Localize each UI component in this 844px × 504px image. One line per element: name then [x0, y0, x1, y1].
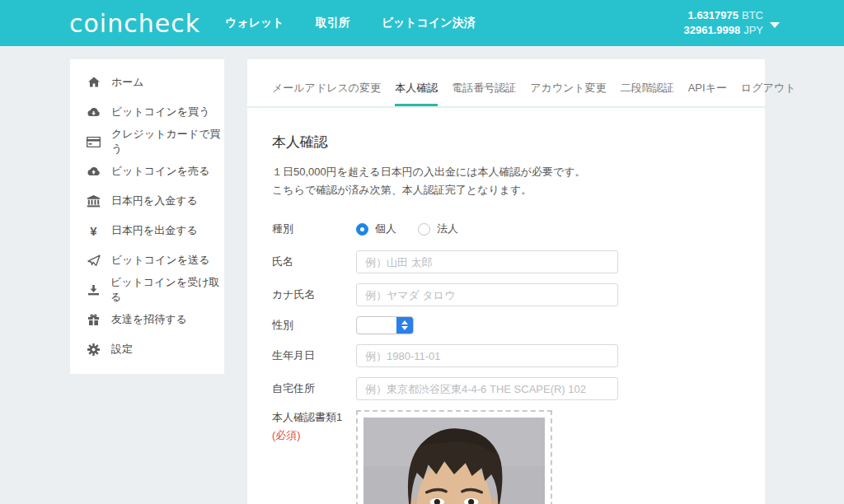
sidebar-item-sell-bitcoin[interactable]: ビットコインを売る: [70, 156, 224, 186]
birthdate-label: 生年月日: [272, 348, 356, 363]
tab-phone-verification[interactable]: 電話番号認証: [452, 81, 516, 106]
svg-text:¥: ¥: [90, 225, 97, 237]
sidebar-item-label: ビットコインを受け取る: [110, 275, 224, 305]
tab-two-factor-auth[interactable]: 二段階認証: [621, 81, 674, 106]
radio-individual[interactable]: 個人: [356, 222, 396, 236]
sidebar: ホーム ビットコインを買う クレジットカードで買う ビットコインを売る 日本円を: [70, 59, 224, 374]
select-stepper-icon: [396, 316, 413, 334]
coincheck-logo[interactable]: coincheck: [69, 9, 200, 38]
cloud-upload-icon: [87, 165, 101, 179]
identity-document-label-text: 本人確認書類1: [272, 411, 342, 423]
kana-name-label: カナ氏名: [272, 287, 356, 302]
tabs-divider: [247, 106, 765, 108]
sidebar-item-withdraw-jpy[interactable]: ¥ 日本円を出金する: [70, 216, 224, 245]
identity-document-upload-area[interactable]: [356, 410, 552, 504]
sidebar-item-label: 友達を招待する: [111, 312, 187, 327]
form-row-address: 自宅住所: [272, 377, 740, 400]
sidebar-item-home[interactable]: ホーム: [70, 68, 224, 97]
name-label: 氏名: [272, 254, 356, 269]
required-badge: (必須): [272, 428, 356, 443]
cloud-download-icon: [87, 105, 101, 119]
type-radio-group: 個人 法人: [356, 217, 458, 240]
type-label: 種別: [272, 222, 356, 236]
gender-select[interactable]: [356, 316, 414, 334]
sidebar-item-deposit-jpy[interactable]: 日本円を入金する: [70, 186, 224, 216]
paper-plane-icon: [87, 254, 101, 268]
sidebar-item-label: クレジットカードで買う: [111, 127, 224, 156]
sidebar-item-buy-bitcoin[interactable]: ビットコインを買う: [70, 97, 224, 127]
tab-identity-verification[interactable]: 本人確認: [395, 81, 438, 106]
form-row-identity-document: 本人確認書類1 (必須): [272, 410, 740, 504]
sidebar-item-send-bitcoin[interactable]: ビットコインを送る: [70, 245, 224, 275]
form-row-name: 氏名: [272, 250, 740, 273]
app-header: coincheck ウォレット 取引所 ビットコイン決済 1.6317975BT…: [0, 0, 844, 46]
tab-account-change[interactable]: アカウント変更: [530, 81, 607, 106]
gender-label: 性別: [272, 318, 356, 333]
kana-name-input[interactable]: [356, 283, 618, 306]
download-tray-icon: [87, 283, 100, 297]
form-row-kana-name: カナ氏名: [272, 283, 740, 306]
name-input[interactable]: [356, 250, 618, 273]
sidebar-item-label: 日本円を入金する: [111, 194, 198, 208]
radio-selected-icon[interactable]: [356, 223, 368, 236]
description-line2: こちらで確認が済み次第、本人認証完了となります。: [272, 181, 740, 199]
radio-unselected-icon[interactable]: [418, 223, 430, 236]
sidebar-item-buy-with-card[interactable]: クレジットカードで買う: [70, 127, 224, 156]
radio-corporate-label: 法人: [437, 222, 458, 236]
gear-icon: [87, 343, 101, 357]
settings-tabs: メールアドレスの変更 本人確認 電話番号認証 アカウント変更 二段階認証 API…: [272, 59, 740, 106]
page-description: １日50,000円を超える日本円の入出金には本人確認が必要です。 こちらで確認が…: [272, 163, 740, 199]
tab-logout[interactable]: ログアウト: [741, 81, 796, 106]
form-row-gender: 性別: [272, 316, 740, 334]
yen-icon: ¥: [87, 224, 101, 238]
tab-api-key[interactable]: APIキー: [688, 81, 727, 106]
home-icon: [87, 76, 101, 90]
sidebar-item-label: ビットコインを送る: [111, 253, 209, 268]
radio-corporate[interactable]: 法人: [418, 222, 458, 236]
page-title: 本人確認: [272, 133, 740, 152]
sidebar-item-label: ビットコインを買う: [111, 105, 209, 119]
nav-exchange[interactable]: 取引所: [316, 16, 350, 30]
nav-bitcoin-payment[interactable]: ビットコイン決済: [382, 16, 476, 30]
form-row-type: 種別 個人 法人: [272, 217, 740, 240]
main-panel: メールアドレスの変更 本人確認 電話番号認証 アカウント変更 二段階認証 API…: [247, 59, 765, 504]
identity-form: 種別 個人 法人 氏名 カナ氏名: [272, 217, 740, 504]
radio-individual-label: 個人: [375, 222, 396, 236]
form-row-birthdate: 生年月日: [272, 344, 740, 367]
sidebar-item-label: 日本円を出金する: [111, 223, 198, 238]
description-line1: １日50,000円を超える日本円の入出金には本人確認が必要です。: [272, 163, 740, 181]
address-input[interactable]: [356, 377, 618, 400]
nav-wallet[interactable]: ウォレット: [225, 16, 284, 30]
address-label: 自宅住所: [272, 381, 356, 396]
balance-values: 1.6317975BTC 32961.9998JPY: [683, 8, 763, 38]
sidebar-item-label: 設定: [111, 342, 133, 357]
sidebar-item-label: ビットコインを売る: [111, 164, 209, 179]
btc-balance: 1.6317975BTC: [683, 8, 763, 23]
sidebar-item-settings[interactable]: 設定: [70, 334, 224, 364]
bank-icon: [87, 194, 101, 208]
page-body: ホーム ビットコインを買う クレジットカードで買う ビットコインを売る 日本円を: [0, 46, 844, 504]
account-balance-dropdown[interactable]: 1.6317975BTC 32961.9998JPY: [683, 8, 780, 38]
identity-document-label: 本人確認書類1 (必須): [272, 410, 356, 443]
identity-document-photo: [363, 418, 545, 504]
jpy-balance: 32961.9998JPY: [683, 23, 763, 38]
sidebar-item-label: ホーム: [111, 75, 144, 90]
sidebar-item-receive-bitcoin[interactable]: ビットコインを受け取る: [70, 275, 224, 305]
top-nav: ウォレット 取引所 ビットコイン決済: [225, 16, 476, 30]
gift-icon: [87, 313, 101, 327]
birthdate-input[interactable]: [356, 344, 618, 367]
credit-card-icon: [87, 135, 101, 149]
chevron-down-icon: [770, 22, 780, 28]
sidebar-item-invite-friends[interactable]: 友達を招待する: [70, 305, 224, 334]
tab-change-email[interactable]: メールアドレスの変更: [272, 81, 381, 106]
